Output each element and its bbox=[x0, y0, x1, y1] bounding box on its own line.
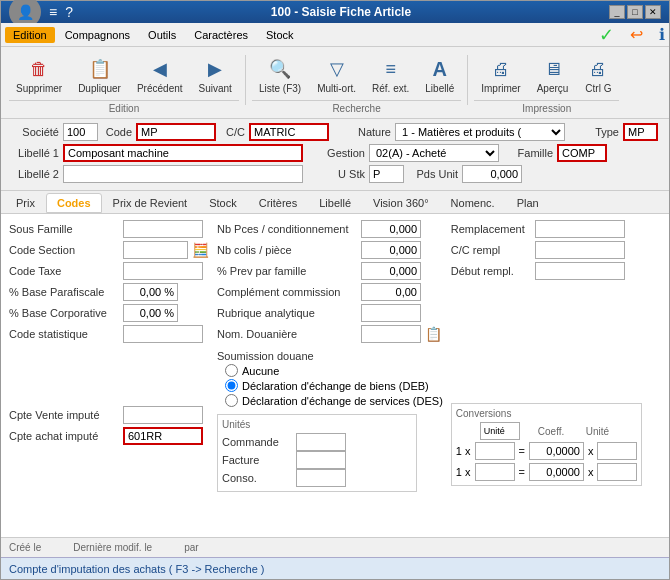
matric-input[interactable] bbox=[249, 123, 329, 141]
libelle-button[interactable]: A Libellé bbox=[418, 51, 461, 98]
tab-vision360[interactable]: Vision 360° bbox=[362, 193, 440, 213]
pds-unit-input[interactable] bbox=[462, 165, 522, 183]
code-section-input[interactable] bbox=[123, 241, 188, 259]
code-statistique-input[interactable] bbox=[123, 325, 203, 343]
form-row-1: Société Code C/C Nature 1 - Matières et … bbox=[9, 123, 661, 141]
complement-input[interactable] bbox=[361, 283, 421, 301]
menu-compagnons[interactable]: Compagnons bbox=[57, 27, 138, 43]
societe-input[interactable] bbox=[63, 123, 98, 141]
famille-input[interactable] bbox=[557, 144, 607, 162]
cpte-vente-input[interactable] bbox=[123, 406, 203, 424]
menu-edition[interactable]: Edition bbox=[5, 27, 55, 43]
menu-outils[interactable]: Outils bbox=[140, 27, 184, 43]
ustk-section: U Stk Pds Unit bbox=[315, 165, 522, 183]
base-parafiscale-input[interactable] bbox=[123, 283, 178, 301]
conso-label: Conso. bbox=[222, 472, 292, 484]
cpte-section: Cpte Vente imputé Cpte achat imputé bbox=[9, 406, 209, 445]
suivant-button[interactable]: ▶ Suivant bbox=[192, 51, 239, 98]
sous-famille-input[interactable] bbox=[123, 220, 203, 238]
menu-stock[interactable]: Stock bbox=[258, 27, 302, 43]
tab-nomenc[interactable]: Nomenc. bbox=[440, 193, 506, 213]
code-input[interactable] bbox=[136, 123, 216, 141]
tab-prix[interactable]: Prix bbox=[5, 193, 46, 213]
gestion-select[interactable]: 02(A) - Acheté bbox=[369, 144, 499, 162]
rubrique-input[interactable] bbox=[361, 304, 421, 322]
libelle2-input[interactable] bbox=[63, 165, 303, 183]
imprimer-button[interactable]: 🖨 Imprimer bbox=[474, 51, 527, 98]
toolbar-edition-inner: 🗑 Supprimer 📋 Dupliquer ◀ Précédent ▶ Su… bbox=[9, 51, 239, 98]
conv-row1-unite[interactable] bbox=[475, 442, 515, 460]
debut-rempl-input[interactable] bbox=[535, 262, 625, 280]
check-info-icon[interactable]: ℹ bbox=[659, 25, 665, 44]
dupliquer-button[interactable]: 📋 Dupliquer bbox=[71, 51, 128, 98]
libelle1-input[interactable] bbox=[63, 144, 303, 162]
nb-colis-input[interactable] bbox=[361, 241, 421, 259]
close-button[interactable]: ✕ bbox=[645, 5, 661, 19]
tab-plan[interactable]: Plan bbox=[506, 193, 550, 213]
radio-aucune[interactable]: Aucune bbox=[225, 364, 443, 377]
units-box: Unités Commande Facture Conso. bbox=[217, 414, 417, 492]
tab-stock[interactable]: Stock bbox=[198, 193, 248, 213]
tab-prix-revient[interactable]: Prix de Revient bbox=[102, 193, 199, 213]
ctrlg-button[interactable]: 🖨 Ctrl G bbox=[577, 51, 619, 98]
units-title: Unités bbox=[222, 419, 412, 430]
conv-row1-coeff[interactable] bbox=[529, 442, 584, 460]
info-text: Compte d'imputation des achats ( F3 -> R… bbox=[9, 563, 265, 575]
commande-label: Commande bbox=[222, 436, 292, 448]
toolbar-recherche-group: 🔍 Liste (F3) ▽ Multi-ort. ≡ Réf. ext. A … bbox=[252, 51, 461, 114]
nb-pces-input[interactable] bbox=[361, 220, 421, 238]
next-icon: ▶ bbox=[201, 55, 229, 83]
conv-row1-eq: = bbox=[519, 445, 525, 457]
menu-caracteres[interactable]: Caractères bbox=[186, 27, 256, 43]
precedent-button[interactable]: ◀ Précédent bbox=[130, 51, 190, 98]
conv-row1-unite2[interactable] bbox=[597, 442, 637, 460]
ustk-input[interactable] bbox=[369, 165, 404, 183]
type-input[interactable] bbox=[623, 123, 658, 141]
check-confirm-icon[interactable]: ✓ bbox=[599, 24, 614, 46]
apercu-button[interactable]: 🖥 Aperçu bbox=[530, 51, 576, 98]
douane-icon[interactable]: 📋 bbox=[425, 326, 442, 342]
conv-row2-x: x bbox=[588, 466, 594, 478]
base-corporative-input[interactable] bbox=[123, 304, 178, 322]
multi-ort-button[interactable]: ▽ Multi-ort. bbox=[310, 51, 363, 98]
middle-col: Nb Pces / conditionnement Nb colis / piè… bbox=[217, 220, 443, 531]
supprimer-button[interactable]: 🗑 Supprimer bbox=[9, 51, 69, 98]
calculator-icon[interactable]: 🧮 bbox=[192, 242, 209, 258]
tab-libelle[interactable]: Libellé bbox=[308, 193, 362, 213]
radio-biens[interactable]: Déclaration d'échange de biens (DEB) bbox=[225, 379, 443, 392]
minimize-button[interactable]: _ bbox=[609, 5, 625, 19]
cpte-achat-input[interactable] bbox=[123, 427, 203, 445]
radio-services[interactable]: Déclaration d'échange de services (DES) bbox=[225, 394, 443, 407]
conv-row2-coeff[interactable] bbox=[529, 463, 584, 481]
cc-rempl-input[interactable] bbox=[535, 241, 625, 259]
commande-input[interactable] bbox=[296, 433, 346, 451]
debut-rempl-row: Début rempl. bbox=[451, 262, 643, 280]
liste-button[interactable]: 🔍 Liste (F3) bbox=[252, 51, 308, 98]
conv-unite2-label: Unité bbox=[586, 426, 609, 437]
tab-criteres[interactable]: Critères bbox=[248, 193, 309, 213]
base-parafiscale-row: % Base Parafiscale bbox=[9, 283, 209, 301]
menu-check-group: ✓ ↩ ℹ bbox=[599, 24, 665, 46]
conv-row2-unite[interactable] bbox=[475, 463, 515, 481]
facture-input[interactable] bbox=[296, 451, 346, 469]
nom-douaniere-input[interactable] bbox=[361, 325, 421, 343]
code-taxe-input[interactable] bbox=[123, 262, 203, 280]
conv-row2-unite2[interactable] bbox=[597, 463, 637, 481]
nature-select[interactable]: 1 - Matières et produits ( bbox=[395, 123, 565, 141]
conso-input[interactable] bbox=[296, 469, 346, 487]
window-controls: _ □ ✕ bbox=[609, 5, 661, 19]
cc-rempl-row: C/C rempl bbox=[451, 241, 643, 259]
content-layout: Sous Famille Code Section 🧮 Code Taxe % … bbox=[9, 220, 661, 531]
help-icon[interactable]: ? bbox=[65, 4, 73, 20]
check-back-icon[interactable]: ↩ bbox=[630, 25, 643, 44]
ref-ext-button[interactable]: ≡ Réf. ext. bbox=[365, 51, 416, 98]
maximize-button[interactable]: □ bbox=[627, 5, 643, 19]
menu-icon[interactable]: ≡ bbox=[49, 4, 57, 20]
prev-famille-row: % Prev par famille bbox=[217, 262, 443, 280]
prev-famille-input[interactable] bbox=[361, 262, 421, 280]
toolbar-recherche-inner: 🔍 Liste (F3) ▽ Multi-ort. ≡ Réf. ext. A … bbox=[252, 51, 461, 98]
remplacement-input[interactable] bbox=[535, 220, 625, 238]
conv-coeff-label: Coeff. bbox=[538, 426, 568, 437]
nb-pces-label: Nb Pces / conditionnement bbox=[217, 223, 357, 235]
tab-codes[interactable]: Codes bbox=[46, 193, 102, 213]
